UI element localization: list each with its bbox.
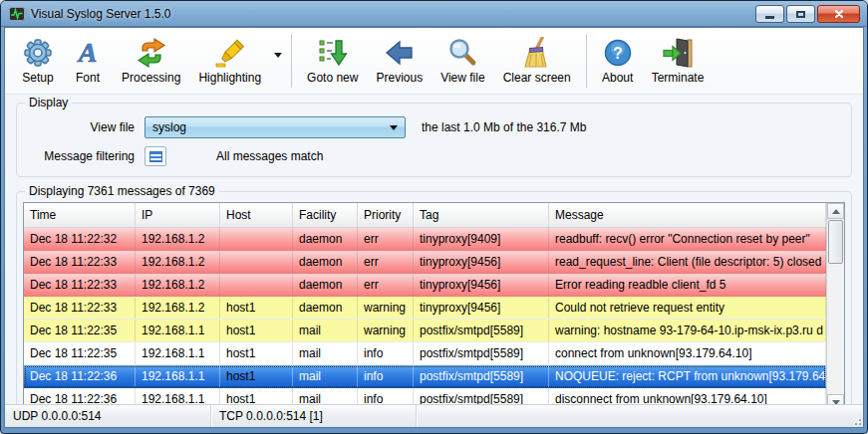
cell-tag: tinyproxy[9456] (414, 297, 549, 319)
cell-tag: tinyproxy[9456] (414, 274, 549, 296)
gear-icon (22, 37, 54, 69)
terminate-label: Terminate (652, 71, 705, 85)
cell-facility: daemon (293, 228, 358, 250)
column-header-priority[interactable]: Priority (358, 203, 414, 227)
cell-ip: 192.168.1.1 (136, 365, 220, 387)
table-row[interactable]: Dec 18 11:22:35 192.168.1.1 host1 mail w… (24, 320, 826, 342)
table-row[interactable]: Dec 18 11:22:36 192.168.1.1 host1 mail i… (24, 365, 826, 388)
cell-host: host1 (220, 320, 293, 341)
goto-new-label: Goto new (307, 71, 358, 85)
minimize-button[interactable] (755, 5, 784, 23)
cell-host: host1 (220, 365, 293, 387)
processing-button[interactable]: Processing (113, 33, 189, 89)
maximize-button[interactable] (786, 5, 815, 23)
filter-table-icon (149, 151, 162, 162)
app-logo-icon (9, 6, 25, 22)
cell-message: readbuff: recv() error "Connection reset… (549, 228, 826, 250)
exit-door-icon (662, 37, 694, 69)
cell-tag: tinyproxy[9456] (414, 251, 549, 273)
column-header-message[interactable]: Message (549, 203, 826, 227)
minimize-icon (765, 16, 774, 19)
table-row[interactable]: Dec 18 11:22:33 192.168.1.2 daemon err t… (24, 251, 826, 274)
cell-ip: 192.168.1.1 (136, 342, 220, 364)
message-filtering-button[interactable] (145, 146, 166, 166)
app-window: Visual Syslog Server 1.5.0 (0, 0, 868, 434)
cell-facility: daemon (293, 251, 358, 273)
view-file-button[interactable]: View file (432, 33, 493, 89)
cell-time: Dec 18 11:22:33 (24, 251, 136, 273)
highlighting-button[interactable]: Highlighting (189, 33, 270, 89)
highlighter-icon (214, 37, 246, 69)
tcp-status-panel: TCP 0.0.0.0:514 [1] (211, 405, 417, 427)
cell-facility: mail (293, 342, 358, 364)
scroll-up-button[interactable] (827, 203, 844, 219)
log-table: Time IP Host Facility Priority Tag Messa… (23, 202, 845, 411)
close-button[interactable] (817, 5, 860, 23)
cell-message: Error reading readble client_fd 5 (549, 274, 826, 296)
setup-button[interactable]: Setup (13, 33, 63, 89)
chevron-down-icon (274, 53, 282, 58)
table-header: Time IP Host Facility Priority Tag Messa… (24, 203, 826, 228)
cell-time: Dec 18 11:22:35 (24, 342, 136, 364)
table-row[interactable]: Dec 18 11:22:33 192.168.1.2 daemon err t… (24, 274, 826, 297)
cell-tag: postfix/smtpd[5589] (414, 320, 549, 341)
column-header-time[interactable]: Time (24, 203, 136, 227)
clear-screen-label: Clear screen (503, 71, 571, 85)
column-header-facility[interactable]: Facility (293, 203, 358, 227)
cell-message: connect from unknown[93.179.64.10] (549, 342, 826, 364)
font-icon: A (72, 37, 104, 69)
cell-ip: 192.168.1.2 (136, 228, 220, 250)
cell-message: Could not retrieve request entity (549, 297, 826, 319)
resize-grip[interactable] (851, 415, 861, 425)
scrollbar-thumb[interactable] (828, 220, 843, 264)
combobox-arrow-icon (390, 125, 398, 130)
messages-group-label: Displaying 7361 messages of 7369 (25, 184, 219, 198)
cell-ip: 192.168.1.2 (136, 251, 220, 273)
vertical-scrollbar[interactable] (826, 203, 844, 410)
tcp-status-text: TCP 0.0.0.0:514 [1] (219, 409, 323, 423)
message-filtering-label: Message filtering (35, 149, 135, 163)
udp-status-text: UDP 0.0.0.0:514 (13, 409, 102, 423)
cell-priority: err (358, 228, 414, 250)
maximize-icon (796, 11, 805, 18)
column-header-tag[interactable]: Tag (414, 203, 549, 227)
font-button[interactable]: A Font (63, 33, 113, 89)
table-row[interactable]: Dec 18 11:22:33 192.168.1.2 host1 daemon… (24, 297, 826, 320)
cell-host (220, 274, 293, 296)
highlighting-dropdown-button[interactable] (270, 35, 285, 87)
goto-new-icon (317, 37, 349, 69)
clear-screen-button[interactable]: Clear screen (494, 33, 580, 89)
messages-group: Displaying 7361 messages of 7369 Time IP… (16, 191, 852, 418)
terminate-button[interactable]: Terminate (643, 33, 714, 89)
cell-time: Dec 18 11:22:35 (24, 320, 136, 341)
svg-text:?: ? (613, 45, 623, 62)
cell-message: warning: hostname 93-179-64-10.ip-msk-ix… (549, 320, 826, 341)
title-bar[interactable]: Visual Syslog Server 1.5.0 (1, 1, 867, 27)
window-title: Visual Syslog Server 1.5.0 (31, 7, 171, 21)
scrollbar-track[interactable] (827, 265, 844, 394)
cell-ip: 192.168.1.2 (136, 274, 220, 296)
previous-label: Previous (376, 71, 423, 85)
table-row[interactable]: Dec 18 11:22:35 192.168.1.1 host1 mail i… (24, 342, 826, 365)
about-button[interactable]: ? About (593, 33, 643, 89)
toolbar: Setup A Font Processing (5, 28, 863, 95)
cell-message: NOQUEUE: reject: RCPT from unknown[93.17… (549, 365, 826, 387)
cell-time: Dec 18 11:22:33 (24, 297, 136, 319)
client-area: Setup A Font Processing (4, 27, 864, 428)
column-header-ip[interactable]: IP (136, 203, 220, 227)
goto-new-button[interactable]: Goto new (298, 33, 367, 89)
toolbar-separator (586, 34, 587, 88)
highlighting-label: Highlighting (198, 71, 261, 85)
previous-button[interactable]: Previous (367, 33, 432, 89)
cell-time: Dec 18 11:22:36 (24, 365, 136, 387)
column-header-host[interactable]: Host (220, 203, 293, 227)
filtering-status-text: All messages match (216, 149, 323, 163)
view-file-combobox[interactable]: syslog (145, 116, 406, 138)
cell-time: Dec 18 11:22:33 (24, 274, 136, 296)
cell-facility: mail (293, 365, 358, 387)
cell-tag: postfix/smtpd[5589] (414, 342, 549, 364)
cell-host (220, 251, 293, 273)
cell-priority: warning (358, 297, 414, 319)
cell-message: read_request_line: Client (file descript… (549, 251, 826, 273)
table-row[interactable]: Dec 18 11:22:32 192.168.1.2 daemon err t… (24, 228, 826, 251)
